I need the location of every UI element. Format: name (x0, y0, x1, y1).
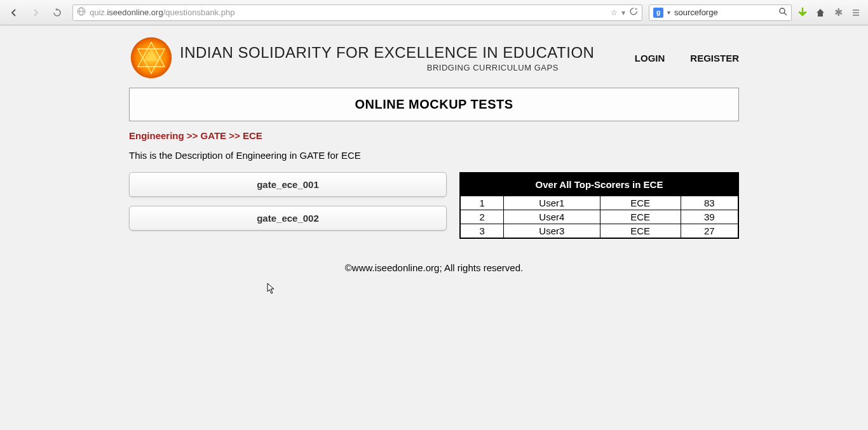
globe-icon (77, 7, 86, 18)
table-row: 3 User3 ECE 27 (460, 224, 738, 239)
forward-button[interactable] (27, 4, 44, 22)
table-header: Over All Top-Scorers in ECE (460, 173, 738, 196)
menu-icon[interactable] (849, 6, 863, 20)
test-button[interactable]: gate_ece_001 (129, 172, 447, 197)
search-bar[interactable]: g ▾ sourceforge (649, 4, 792, 21)
page-banner: ONLINE MOCKUP TESTS (129, 88, 739, 121)
table-row: 2 User4 ECE 39 (460, 210, 738, 224)
browser-toolbar: quiz.iseedonline.org/questionsbank.php ☆… (0, 0, 868, 25)
breadcrumb[interactable]: Engineering >> GATE >> ECE (129, 130, 739, 141)
user-cell: User4 (504, 210, 600, 224)
site-subtitle: BRIDGING CURRICULUM GAPS (180, 63, 635, 72)
test-button[interactable]: gate_ece_002 (129, 206, 447, 231)
download-icon[interactable] (796, 6, 810, 20)
reload-button[interactable] (48, 4, 66, 22)
svg-line-4 (784, 13, 787, 15)
go-icon[interactable] (629, 7, 638, 18)
user-cell: User1 (504, 196, 600, 210)
search-input[interactable]: sourceforge (674, 8, 775, 17)
user-cell: User3 (504, 224, 600, 239)
search-icon[interactable] (778, 7, 787, 18)
footer-text: ©www.iseedonline.org; All rights reserve… (129, 262, 739, 286)
url-bar[interactable]: quiz.iseedonline.org/questionsbank.php ☆… (72, 4, 642, 21)
tests-list: gate_ece_001 gate_ece_002 (129, 172, 447, 239)
addon-icon[interactable]: ✱ (831, 6, 845, 20)
category-cell: ECE (600, 210, 681, 224)
back-button[interactable] (5, 4, 23, 22)
google-icon: g (653, 8, 663, 18)
category-description: This is the Description of Engineering i… (129, 150, 739, 161)
banner-title: ONLINE MOCKUP TESTS (355, 97, 513, 111)
bookmark-icon[interactable]: ☆ (611, 8, 618, 17)
top-scorers-table: Over All Top-Scorers in ECE 1 User1 ECE … (459, 172, 739, 239)
url-actions: ☆ ▾ (611, 7, 638, 18)
home-icon[interactable] (813, 6, 827, 20)
rank-cell: 1 (460, 196, 504, 210)
score-cell: 27 (681, 224, 738, 239)
logo (129, 36, 173, 80)
site-title: INDIAN SOLIDARITY FOR EXCELLENCE IN EDUC… (180, 44, 635, 62)
site-header: INDIAN SOLIDARITY FOR EXCELLENCE IN EDUC… (129, 32, 739, 88)
register-link[interactable]: REGISTER (690, 53, 739, 64)
svg-point-3 (780, 8, 785, 13)
dropdown-icon[interactable]: ▾ (621, 8, 625, 17)
table-row: 1 User1 ECE 83 (460, 196, 738, 210)
search-dropdown-icon[interactable]: ▾ (667, 9, 670, 16)
url-text: quiz.iseedonline.org/questionsbank.php (90, 8, 607, 17)
category-cell: ECE (600, 196, 681, 210)
category-cell: ECE (600, 224, 681, 239)
score-cell: 83 (681, 196, 738, 210)
rank-cell: 2 (460, 210, 504, 224)
login-link[interactable]: LOGIN (635, 53, 665, 64)
score-cell: 39 (681, 210, 738, 224)
page-content: INDIAN SOLIDARITY FOR EXCELLENCE IN EDUC… (0, 25, 868, 286)
rank-cell: 3 (460, 224, 504, 239)
